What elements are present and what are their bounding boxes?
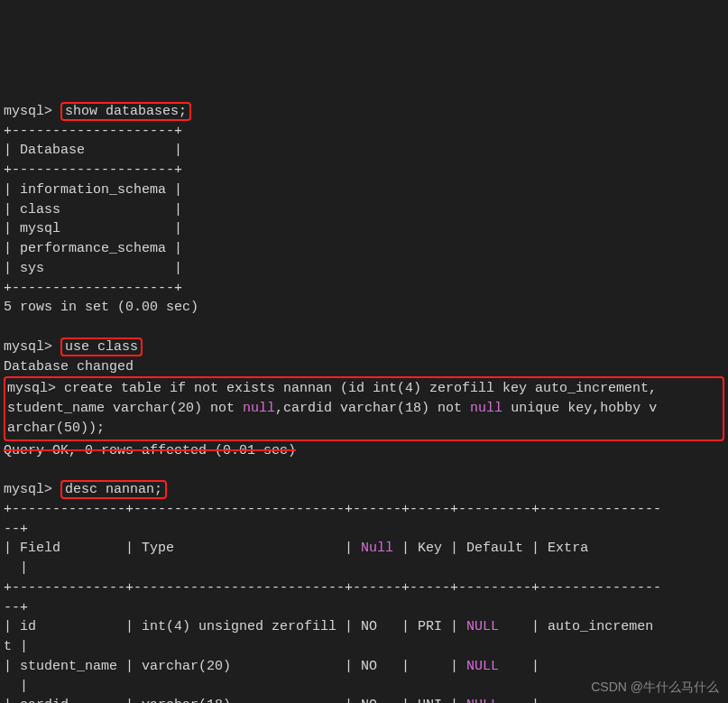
null-keyword: null	[470, 401, 502, 416]
row-id-end: t |	[4, 639, 28, 654]
null-header: Null	[361, 541, 393, 556]
null-value: NULL	[466, 619, 499, 634]
create-table-line2b: ,cardid varchar(18) not	[275, 401, 470, 416]
desc-header-b: | Key | Default | Extra	[393, 541, 661, 556]
create-table-line2a: student_name varchar(20) not	[7, 401, 243, 416]
mysql-prompt: mysql>	[4, 339, 52, 355]
desc-cmd-highlight: desc nannan;	[60, 480, 167, 499]
row-cardid-a: | cardid | varchar(18) | NO | UNI |	[4, 698, 466, 703]
desc-border-end: --+	[4, 522, 28, 537]
db-row: | information_schema |	[4, 182, 182, 198]
show-databases-cmd-highlight: show databases;	[60, 102, 191, 121]
row-sname-b: |	[499, 659, 661, 674]
table-border: +--------------------+	[4, 124, 182, 139]
desc-border: +--------------+------------------------…	[4, 502, 661, 517]
row-cardid-b: |	[499, 698, 661, 703]
desc-cmd: desc nannan;	[65, 482, 162, 497]
row-sname-a: | student_name | varchar(20) | NO | |	[4, 659, 466, 674]
create-table-line1: mysql> create table if not exists nannan…	[7, 381, 657, 396]
db-row: | class |	[4, 202, 182, 217]
query-ok-struck: Query OK, 0 rows affected (0.01 sec)	[4, 443, 296, 458]
rows-result: 5 rows in set (0.00 sec)	[4, 300, 198, 315]
watermark: CSDN @牛什么马什么	[591, 678, 719, 696]
row-end: |	[4, 679, 28, 694]
table-border: +--------------------+	[4, 162, 182, 178]
row-id-a: | id | int(4) unsigned zerofill | NO | P…	[4, 619, 466, 634]
desc-border: +--------------+------------------------…	[4, 580, 661, 596]
desc-header-end: |	[4, 560, 28, 576]
row-id-b: | auto_incremen	[499, 619, 653, 634]
db-row: | performance_schema |	[4, 241, 182, 256]
show-databases-cmd: show databases;	[65, 104, 187, 119]
desc-header-a: | Field | Type |	[4, 541, 361, 556]
db-row: | sys |	[4, 261, 182, 276]
create-table-cmd-highlight: mysql> create table if not exists nannan…	[4, 376, 724, 440]
terminal-output: mysql> show databases; +----------------…	[4, 82, 724, 703]
use-class-cmd: use class	[65, 339, 138, 355]
use-class-cmd-highlight: use class	[60, 338, 143, 356]
table-border: +--------------------+	[4, 281, 182, 296]
desc-border-end: --+	[4, 600, 28, 615]
db-row: | mysql |	[4, 221, 182, 236]
null-keyword: null	[243, 401, 275, 416]
db-header-row: | Database |	[4, 143, 182, 158]
null-value: NULL	[466, 659, 499, 674]
mysql-prompt: mysql>	[4, 104, 52, 119]
create-table-line2c: unique key,hobby v	[502, 401, 657, 416]
null-value: NULL	[466, 698, 499, 703]
create-table-line3: archar(50));	[7, 421, 105, 436]
mysql-prompt: mysql>	[4, 482, 52, 497]
db-changed-msg: Database changed	[4, 359, 134, 375]
